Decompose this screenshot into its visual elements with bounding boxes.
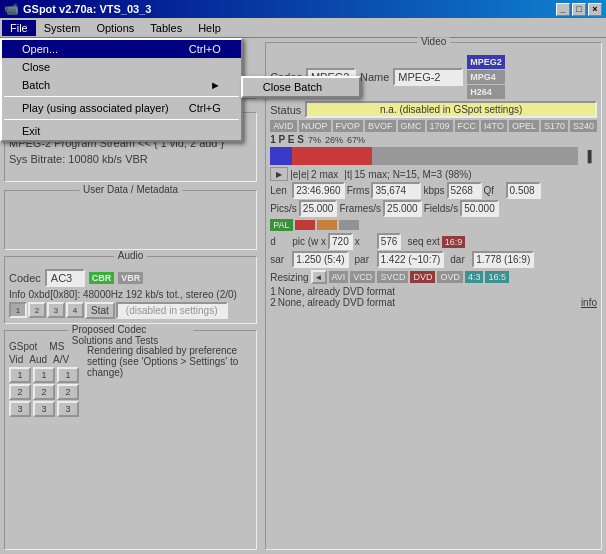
qf-value: 0.508 xyxy=(506,182,541,199)
vbr-badge: VBR xyxy=(118,272,143,284)
batch-submenu: Close Batch xyxy=(241,76,361,98)
avi-badge: AVI xyxy=(329,271,349,283)
h264-badge: H264 xyxy=(467,85,505,99)
frms-value: 35,674 xyxy=(371,182,421,199)
close-batch-label: Close Batch xyxy=(263,81,322,93)
audio-info-text: Info 0xbd[0x80]: 48000Hz 192 kb/s tot., … xyxy=(9,289,237,300)
fields-value: 50.000 xyxy=(460,200,499,217)
video-label: Video xyxy=(417,36,450,47)
pics-value: 25.000 xyxy=(299,200,338,217)
ratio43-badge: 4:3 xyxy=(465,271,484,283)
playback-max: 2 max xyxy=(311,169,338,180)
menu-open[interactable]: Open... Ctrl+O xyxy=(2,40,241,58)
menu-tables[interactable]: Tables xyxy=(142,20,190,36)
separator-2 xyxy=(4,119,239,120)
resize-text-2: None, already DVD format xyxy=(278,297,579,308)
ratio169-badge: 16:5 xyxy=(485,271,509,283)
codec-row1-col1[interactable]: 1 xyxy=(9,367,31,383)
separator-1 xyxy=(4,96,239,97)
codec-row1-col3[interactable]: 1 xyxy=(57,367,79,383)
audio-codec-row: Codec AC3 CBR VBR xyxy=(9,269,252,287)
minimize-button[interactable]: _ xyxy=(556,3,570,16)
color-block-4 xyxy=(361,220,381,230)
menu-batch[interactable]: Batch ► xyxy=(2,76,241,94)
playback-n15: 15 max; N=15, M=3 (98%) xyxy=(354,169,471,180)
flag-i4to: I4TO xyxy=(481,120,507,132)
menu-batch-label: Batch xyxy=(22,79,50,91)
dar-value: 1.778 (16:9) xyxy=(472,251,534,268)
flag-opel: OPEL xyxy=(509,120,539,132)
codec-row3-col3[interactable]: 3 xyxy=(57,401,79,417)
playback-label-vs: |e|e| xyxy=(290,169,309,180)
codec-section-label: Proposed Codec Solutions and Tests xyxy=(68,324,194,346)
menu-close-batch[interactable]: Close Batch xyxy=(243,78,359,96)
svcd-badge: SVCD xyxy=(377,271,408,283)
resizing-prev-button[interactable]: ◄ xyxy=(311,270,327,284)
codec-row1-col2[interactable]: 1 xyxy=(33,367,55,383)
menu-bar: File System Options Tables Help xyxy=(0,18,606,38)
ovd-badge: OVD xyxy=(437,271,463,283)
flag-nuop: NUOP xyxy=(299,120,331,132)
pic-x: x xyxy=(355,236,375,247)
flag-fvop: FVOP xyxy=(333,120,364,132)
len-label: Len xyxy=(270,185,290,196)
codec-row2-col2[interactable]: 2 xyxy=(33,384,55,400)
audio-codec-value: AC3 xyxy=(45,269,85,287)
frames-value: 25.000 xyxy=(383,200,422,217)
menu-play[interactable]: Play (using associated player) Ctrl+G xyxy=(2,99,241,117)
kbps-label: kbps xyxy=(423,185,444,196)
gspot-header: GSpot xyxy=(9,341,37,352)
menu-options[interactable]: Options xyxy=(88,20,142,36)
frame-bar: ▐ xyxy=(270,147,597,165)
menu-close[interactable]: Close xyxy=(2,58,241,76)
menu-exit[interactable]: Exit xyxy=(2,122,241,140)
audio-buttons-row: 1 2 3 4 Stat (disabled in settings) xyxy=(9,302,252,319)
codec-row3-col2[interactable]: 3 xyxy=(33,401,55,417)
file-dropdown-menu: Open... Ctrl+O Close Batch ► Play (using… xyxy=(0,38,243,142)
frame-types-label: 1 P E S xyxy=(270,134,304,145)
pic-row: d pic (w x 720 x 576 seq ext 16:9 xyxy=(270,233,597,250)
codec-row2-col3[interactable]: 2 xyxy=(57,384,79,400)
vid-subheader: Vid xyxy=(9,354,23,365)
container-line-3: Sys Bitrate: 10080 kb/s VBR xyxy=(9,151,252,167)
menu-open-shortcut: Ctrl+O xyxy=(189,43,221,55)
codec-grid: GSpot MS Vid Aud A/V 1 1 1 xyxy=(9,341,79,417)
qf-label: Qf xyxy=(484,185,504,196)
audio-btn-4[interactable]: 4 xyxy=(66,302,84,318)
menu-file[interactable]: File xyxy=(2,20,36,36)
audio-btn-1[interactable]: 1 xyxy=(9,302,27,318)
vcd-badge: VCD xyxy=(350,271,375,283)
bar-i xyxy=(270,147,292,165)
dvd-badge: DVD xyxy=(410,271,435,283)
codec-row3-col1[interactable]: 3 xyxy=(9,401,31,417)
kbps-value: 5268 xyxy=(447,182,482,199)
close-button[interactable]: × xyxy=(588,3,602,16)
flag-bvof: BVOF xyxy=(365,120,396,132)
codec-row2-col1[interactable]: 2 xyxy=(9,384,31,400)
window-controls: _ □ × xyxy=(556,3,602,16)
playback-n: |t| xyxy=(344,169,352,180)
audio-btn-3[interactable]: 3 xyxy=(47,302,65,318)
pal-badge: PAL xyxy=(270,219,292,231)
flag-gmc: GMC xyxy=(398,120,425,132)
flag-fcc: FCC xyxy=(455,120,480,132)
maximize-button[interactable]: □ xyxy=(572,3,586,16)
pct2: 26% xyxy=(325,135,343,145)
batch-arrow-icon: ► xyxy=(210,79,221,91)
ms-header: MS xyxy=(49,341,64,352)
resize-row-1: 1 None, already DVD format xyxy=(270,286,597,297)
playback-icon-vs[interactable]: ▶ xyxy=(270,167,288,181)
stat-button[interactable]: Stat xyxy=(85,302,115,319)
bar-indicator: ▐ xyxy=(578,147,597,165)
info-button[interactable]: info xyxy=(581,297,597,308)
sar-label: sar xyxy=(270,254,290,265)
aud-subheader: Aud xyxy=(29,354,47,365)
video-status-value: n.a. (disabled in GSpot settings) xyxy=(305,101,597,118)
flag-avid: AVID xyxy=(270,120,296,132)
pics-label: Pics/s xyxy=(270,203,297,214)
menu-system[interactable]: System xyxy=(36,20,89,36)
pct1: 7% xyxy=(308,135,321,145)
audio-btn-2[interactable]: 2 xyxy=(28,302,46,318)
par-value: 1.422 (~10:7) xyxy=(377,251,445,268)
menu-help[interactable]: Help xyxy=(190,20,229,36)
